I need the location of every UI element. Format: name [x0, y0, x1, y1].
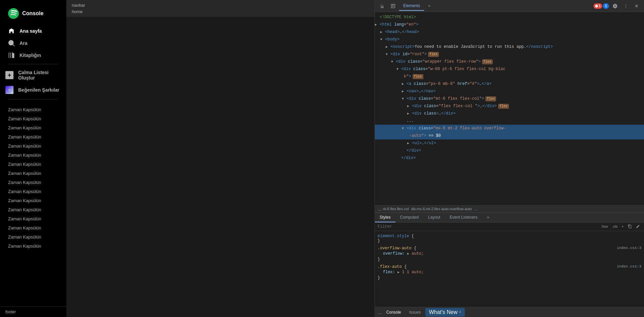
- breadcrumb-ellipsis[interactable]: ...: [378, 206, 382, 212]
- triangle-selected[interactable]: [402, 126, 407, 131]
- inspect-element-button[interactable]: [378, 1, 387, 11]
- add-style-btn[interactable]: +: [620, 224, 625, 229]
- triangle-ul[interactable]: [407, 141, 412, 146]
- hov-filter-btn[interactable]: :hov: [600, 224, 609, 229]
- tab-event-listeners[interactable]: Event Listeners: [445, 213, 482, 222]
- list-item[interactable]: Zaman Kapsülün: [3, 242, 64, 251]
- dom-line-selected[interactable]: <div class="mx-6 mt-2 flex-auto overflow…: [375, 125, 644, 132]
- more-options-button[interactable]: ⋮: [621, 1, 631, 11]
- list-item[interactable]: Zaman Kapsülün: [3, 205, 64, 214]
- dom-line-body[interactable]: <body>: [375, 36, 644, 43]
- triangle-nav[interactable]: [402, 89, 407, 94]
- list-item[interactable]: Zaman Kapsülün: [3, 132, 64, 141]
- home-icon: [8, 28, 15, 34]
- dom-line-head[interactable]: <head>…</head>: [375, 28, 644, 36]
- svg-point-0: [8, 8, 19, 19]
- triangle-wrapper[interactable]: [391, 59, 396, 64]
- tab-styles-more[interactable]: »: [482, 213, 494, 222]
- styles-filter-bar: :hov .cls +: [375, 223, 644, 231]
- triangle-body[interactable]: [380, 37, 385, 42]
- create-playlist-item[interactable]: + Çalma Listesi Oluştur: [0, 67, 66, 83]
- tab-issues[interactable]: Issues: [406, 309, 424, 316]
- dom-line-selected-cont[interactable]: -auto"> == $0: [375, 132, 644, 139]
- sidebar-logo[interactable]: Console: [0, 0, 66, 25]
- tab-styles[interactable]: Styles: [375, 213, 395, 222]
- breadcrumb-item-3[interactable]: ...: [474, 207, 477, 211]
- tab-more[interactable]: »: [424, 1, 434, 11]
- device-mode-button[interactable]: [388, 1, 398, 11]
- triangle-mt6[interactable]: [402, 96, 407, 101]
- dom-line-close1[interactable]: </div>: [375, 147, 644, 154]
- copy-styles-btn[interactable]: [626, 224, 633, 229]
- sidebar-item-search[interactable]: Ara: [3, 37, 64, 49]
- sidebar-item-home-label: Ana sayfa: [20, 28, 42, 34]
- list-item[interactable]: Zaman Kapsülün: [3, 178, 64, 187]
- styles-filter-input[interactable]: [378, 224, 597, 229]
- spotify-logo-icon: [8, 8, 19, 19]
- triangle-head[interactable]: [380, 30, 385, 35]
- triangle-html[interactable]: [375, 22, 380, 27]
- list-item[interactable]: Zaman Kapsülün: [3, 187, 64, 196]
- sidebar-item-search-label: Ara: [20, 40, 27, 46]
- bottom-ellipsis[interactable]: ...: [378, 310, 382, 315]
- svg-point-1: [595, 5, 598, 7]
- list-item[interactable]: Zaman Kapsülün: [3, 123, 64, 132]
- dom-line-sidebar-div[interactable]: <div class="w-60 pt-6 flex flex-col bg-b…: [375, 65, 644, 73]
- dom-line-close2[interactable]: </div>: [375, 154, 644, 162]
- settings-button[interactable]: [610, 1, 620, 11]
- triangle-flex-col[interactable]: [407, 104, 412, 109]
- dom-line-nav[interactable]: <nav>…</nav>: [375, 88, 644, 95]
- close-devtools-button[interactable]: ✕: [632, 1, 641, 11]
- whats-new-close-icon[interactable]: ✕: [459, 310, 461, 314]
- liked-songs-item[interactable]: ♥ Beğenilen Şarkılar: [0, 83, 66, 97]
- list-item[interactable]: Zaman Kapsülün: [3, 151, 64, 160]
- triangle-sidebar[interactable]: [396, 67, 401, 72]
- dom-line-html[interactable]: <html lang="en">: [375, 21, 644, 28]
- sidebar-item-library[interactable]: Kitaplığın: [3, 49, 64, 61]
- devtools-dom-tree[interactable]: <!DOCTYPE html> <html lang="en"> <head>……: [375, 12, 644, 205]
- library-icon: [8, 52, 15, 59]
- edit-styles-btn[interactable]: [635, 224, 641, 229]
- tab-computed[interactable]: Computed: [395, 213, 423, 222]
- list-item[interactable]: Zaman Kapsülün: [3, 214, 64, 223]
- dom-line-wrapper[interactable]: <div class="wrapper flex flex-row">flex: [375, 58, 644, 65]
- list-item[interactable]: Zaman Kapsülün: [3, 196, 64, 205]
- list-item[interactable]: Zaman Kapsülün: [3, 232, 64, 242]
- tab-console[interactable]: Console: [383, 309, 405, 316]
- tab-whats-new[interactable]: What's New ✕: [425, 308, 465, 317]
- breadcrumb-item-1[interactable]: nt-6.flex.flex-col: [383, 207, 409, 211]
- dom-line-ellipsis[interactable]: ...: [375, 117, 644, 125]
- list-item[interactable]: Zaman Kapsülün: [3, 223, 64, 232]
- breadcrumb-item-2[interactable]: div.mx-6.mt-2.flex-auto.overflow-auto: [411, 207, 472, 211]
- triangle-div-plain[interactable]: [407, 111, 412, 116]
- dom-line-sidebar-div-cont[interactable]: k">flex: [375, 73, 644, 80]
- triangle-root[interactable]: [386, 52, 390, 57]
- list-item[interactable]: Zaman Kapsülün: [3, 105, 64, 114]
- style-rule-element: element.style { }: [378, 234, 641, 243]
- error-warning-group: 1 1: [593, 3, 609, 9]
- devtools-breadcrumb: ... nt-6.flex.flex-col div.mx-6.mt-2.fle…: [375, 205, 644, 213]
- dom-line-div-plain[interactable]: <div class>…</div>: [375, 110, 644, 117]
- dom-line-mt6[interactable]: <div class="mt-6 flex flex-col">flex: [375, 95, 644, 102]
- dom-line-ul[interactable]: <ul>…</ul>: [375, 139, 644, 147]
- sidebar-item-home[interactable]: Ana sayfa: [3, 25, 64, 37]
- spotify-logo-text: Console: [22, 10, 43, 17]
- list-item[interactable]: Zaman Kapsülün: [3, 141, 64, 151]
- devtools-panel: Elements » 1 1: [375, 0, 644, 317]
- cls-filter-btn[interactable]: .cls: [611, 224, 619, 229]
- sidebar: Console Ana sayfa Ara: [0, 0, 66, 317]
- tab-layout[interactable]: Layout: [423, 213, 445, 222]
- tab-elements[interactable]: Elements: [399, 1, 424, 11]
- dom-line-noscript[interactable]: <noscript>You need to enable JavaScript …: [375, 43, 644, 51]
- triangle-a[interactable]: [402, 82, 407, 87]
- dom-line-a[interactable]: <a class="px-6 mb-6" href="#">…</a>: [375, 80, 644, 88]
- dom-line-doctype[interactable]: <!DOCTYPE html>: [375, 13, 644, 21]
- main-header: navbar home: [66, 0, 375, 17]
- list-item[interactable]: Zaman Kapsülün: [3, 169, 64, 178]
- app-layout: Console Ana sayfa Ara: [0, 0, 644, 317]
- list-item[interactable]: Zaman Kapsülün: [3, 160, 64, 169]
- triangle-noscript[interactable]: [386, 44, 390, 50]
- list-item[interactable]: Zaman Kapsülün: [3, 114, 64, 123]
- dom-line-root[interactable]: <div id="root">flex: [375, 51, 644, 58]
- dom-line-flex-col[interactable]: <div class="flex flex-col ">…</div>flex: [375, 102, 644, 110]
